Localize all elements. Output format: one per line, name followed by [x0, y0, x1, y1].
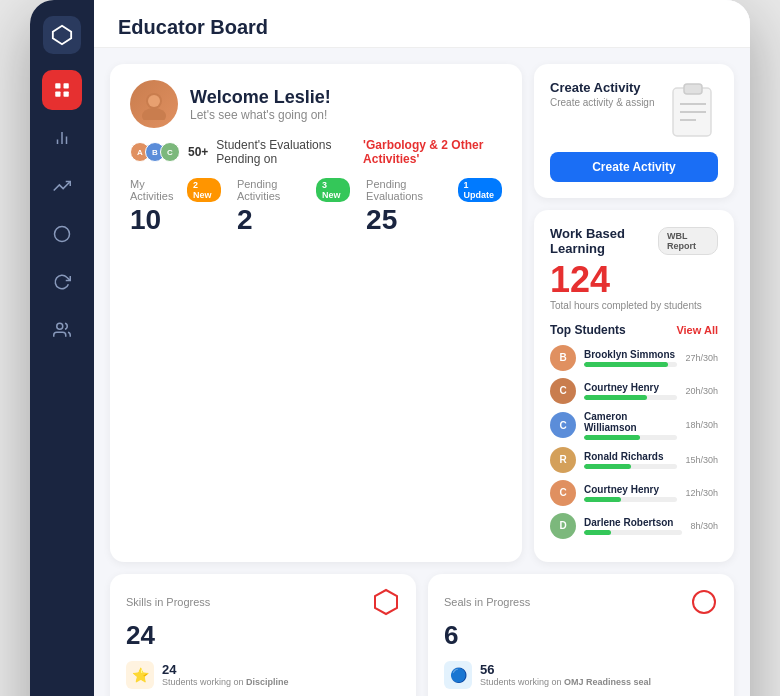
student-info: Brooklyn Simmons [584, 349, 677, 367]
progress-fill [584, 530, 611, 535]
student-row: C Courtney Henry 12h/30h [550, 480, 718, 506]
pending-avatar-3: C [160, 142, 180, 162]
device-frame: L Educator Board [30, 0, 750, 696]
svg-marker-18 [375, 590, 397, 614]
skill-count: 24 [162, 662, 400, 677]
welcome-card: Welcome Leslie! Let's see what's going o… [110, 64, 522, 562]
progress-fill [584, 395, 647, 400]
wbl-number: 124 [550, 260, 718, 300]
seals-header: Seals in Progress [444, 588, 718, 616]
student-name: Darlene Robertson [584, 517, 682, 528]
student-name: Cameron Williamson [584, 411, 677, 433]
student-progress-bar [584, 362, 677, 367]
seal-text: 56 Students working on OMJ Readiness sea… [480, 662, 718, 687]
student-progress-bar [584, 395, 677, 400]
skill-badge-icon: ⭐ [126, 661, 154, 689]
metric-my-activities: My Activities 2 New 10 [130, 178, 221, 236]
pending-notice: A B C 50+ Student's Evaluations Pending … [130, 138, 502, 166]
metric-pending-evaluations-label: Pending Evaluations 1 Update [366, 178, 502, 202]
student-info: Cameron Williamson [584, 411, 677, 440]
seal-badge-icon: 🔵 [444, 661, 472, 689]
page-title: Educator Board [118, 16, 268, 38]
student-progress-bar [584, 530, 682, 535]
sidebar-item-refresh[interactable] [42, 262, 82, 302]
svg-point-8 [55, 227, 70, 242]
skills-hexagon-icon [372, 588, 400, 616]
pending-evaluations-badge: 1 Update [458, 178, 502, 202]
sidebar-item-circle[interactable] [42, 214, 82, 254]
svg-point-19 [693, 591, 715, 613]
create-activity-title: Create Activity [550, 80, 655, 95]
student-avatar: C [550, 378, 576, 404]
student-row: C Courtney Henry 20h/30h [550, 378, 718, 404]
skill-desc: Students working on Discipline [162, 677, 400, 687]
sidebar-item-apps[interactable] [42, 70, 82, 110]
wbl-title: Work Based Learning [550, 226, 658, 256]
create-card-top: Create Activity Create activity & assign [550, 80, 718, 140]
wbl-subtitle: Total hours completed by students [550, 300, 718, 311]
pending-link[interactable]: 'Garbology & 2 Other Activities' [363, 138, 502, 166]
my-activities-badge: 2 New [187, 178, 221, 202]
skill-text: 24 Students working on Discipline [162, 662, 400, 687]
student-info: Courtney Henry [584, 382, 677, 400]
user-avatar [130, 80, 178, 128]
student-avatar: R [550, 447, 576, 473]
svg-rect-3 [55, 92, 60, 97]
wbl-card: Work Based Learning WBL Report 124 Total… [534, 210, 734, 562]
my-activities-value: 10 [130, 204, 221, 236]
create-card-text: Create Activity Create activity & assign [550, 80, 655, 108]
create-activity-card: Create Activity Create activity & assign [534, 64, 734, 198]
pending-evaluations-value: 25 [366, 204, 502, 236]
student-info: Ronald Richards [584, 451, 677, 469]
wbl-header: Work Based Learning WBL Report [550, 226, 718, 256]
welcome-top: Welcome Leslie! Let's see what's going o… [130, 80, 502, 128]
metric-pending-activities: Pending Activities 3 New 2 [237, 178, 350, 236]
pending-count: 50+ [188, 145, 208, 159]
create-activity-button[interactable]: Create Activity [550, 152, 718, 182]
svg-point-12 [142, 108, 166, 120]
student-row: B Brooklyn Simmons 27h/30h [550, 345, 718, 371]
metrics-row: My Activities 2 New 10 Pending Activitie… [130, 178, 502, 236]
svg-rect-4 [64, 92, 69, 97]
student-hours: 12h/30h [685, 488, 718, 498]
student-progress-bar [584, 435, 677, 440]
sidebar-item-analytics[interactable] [42, 118, 82, 158]
student-row: D Darlene Robertson 8h/30h [550, 513, 718, 539]
student-name: Courtney Henry [584, 484, 677, 495]
bottom-row: Skills in Progress 24 ⭐ 24 Students work… [110, 574, 734, 696]
metric-my-activities-label: My Activities 2 New [130, 178, 221, 202]
student-avatar: D [550, 513, 576, 539]
seals-total: 6 [444, 620, 718, 651]
svg-marker-0 [53, 26, 71, 44]
student-progress-bar [584, 497, 677, 502]
progress-fill [584, 464, 631, 469]
clipboard-icon [668, 80, 718, 140]
student-avatar: C [550, 412, 576, 438]
wbl-badge[interactable]: WBL Report [658, 227, 718, 255]
pending-activities-badge: 3 New [316, 178, 350, 202]
progress-fill [584, 435, 640, 440]
progress-fill [584, 362, 668, 367]
skills-list: ⭐ 24 Students working on Discipline 💼 21… [126, 661, 400, 696]
skills-label: Skills in Progress [126, 596, 210, 608]
pending-text: Student's Evaluations Pending on [216, 138, 355, 166]
skill-item: ⭐ 24 Students working on Discipline [126, 661, 400, 689]
welcome-subtitle: Let's see what's going on! [190, 108, 331, 122]
student-hours: 8h/30h [690, 521, 718, 531]
seal-item: 🔵 56 Students working on OMJ Readiness s… [444, 661, 718, 689]
sidebar-item-trending[interactable] [42, 166, 82, 206]
student-info: Darlene Robertson [584, 517, 682, 535]
sidebar-logo[interactable] [43, 16, 81, 54]
students-view-all[interactable]: View All [676, 324, 718, 336]
skills-header: Skills in Progress [126, 588, 400, 616]
metric-pending-activities-label: Pending Activities 3 New [237, 178, 350, 202]
header: Educator Board [94, 0, 750, 48]
svg-rect-2 [64, 83, 69, 88]
main-content: Educator Board [94, 0, 750, 696]
welcome-text: Welcome Leslie! Let's see what's going o… [190, 87, 331, 122]
students-header: Top Students View All [550, 323, 718, 337]
sidebar-item-users[interactable] [42, 310, 82, 350]
student-hours: 18h/30h [685, 420, 718, 430]
create-activity-subtitle: Create activity & assign [550, 97, 655, 108]
seals-card: Seals in Progress 6 🔵 56 Students workin… [428, 574, 734, 696]
